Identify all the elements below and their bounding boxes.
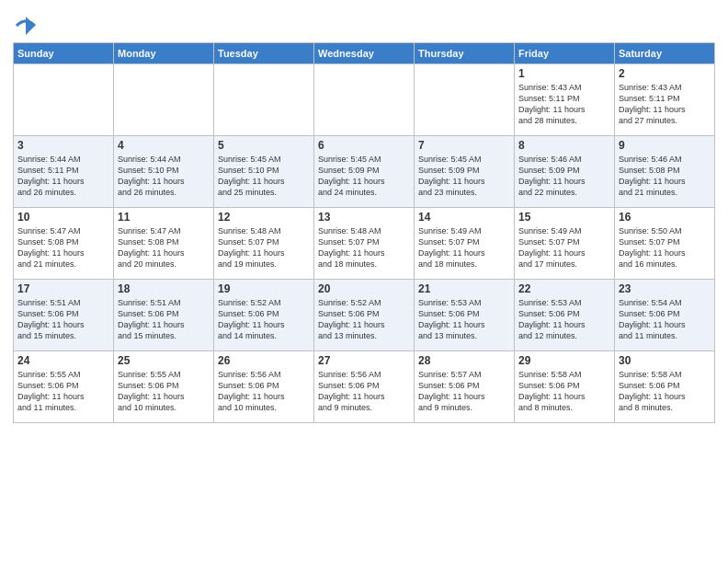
day-cell: 16Sunrise: 5:50 AM Sunset: 5:07 PM Dayli… bbox=[615, 208, 715, 280]
day-number: 29 bbox=[518, 354, 610, 367]
day-cell: 13Sunrise: 5:48 AM Sunset: 5:07 PM Dayli… bbox=[314, 208, 415, 280]
day-info: Sunrise: 5:52 AM Sunset: 5:06 PM Dayligh… bbox=[318, 297, 410, 342]
day-info: Sunrise: 5:46 AM Sunset: 5:08 PM Dayligh… bbox=[619, 154, 711, 199]
day-cell: 18Sunrise: 5:51 AM Sunset: 5:06 PM Dayli… bbox=[114, 280, 214, 351]
day-info: Sunrise: 5:45 AM Sunset: 5:09 PM Dayligh… bbox=[318, 154, 410, 199]
day-number: 10 bbox=[17, 211, 109, 224]
day-info: Sunrise: 5:51 AM Sunset: 5:06 PM Dayligh… bbox=[118, 297, 210, 342]
day-cell bbox=[314, 64, 415, 136]
day-info: Sunrise: 5:58 AM Sunset: 5:06 PM Dayligh… bbox=[619, 369, 711, 414]
day-cell: 8Sunrise: 5:46 AM Sunset: 5:09 PM Daylig… bbox=[515, 136, 615, 208]
calendar-table: SundayMondayTuesdayWednesdayThursdayFrid… bbox=[13, 42, 715, 423]
day-info: Sunrise: 5:53 AM Sunset: 5:06 PM Dayligh… bbox=[518, 297, 610, 342]
week-row-0: 1Sunrise: 5:43 AM Sunset: 5:11 PM Daylig… bbox=[14, 64, 715, 136]
col-header-sunday: Sunday bbox=[14, 43, 114, 64]
header-row: SundayMondayTuesdayWednesdayThursdayFrid… bbox=[14, 43, 715, 64]
day-cell: 10Sunrise: 5:47 AM Sunset: 5:08 PM Dayli… bbox=[14, 208, 114, 280]
day-info: Sunrise: 5:47 AM Sunset: 5:08 PM Dayligh… bbox=[118, 225, 210, 270]
day-number: 27 bbox=[318, 354, 410, 367]
day-cell: 1Sunrise: 5:43 AM Sunset: 5:11 PM Daylig… bbox=[515, 64, 615, 136]
day-number: 18 bbox=[118, 282, 210, 295]
day-cell bbox=[14, 64, 114, 136]
day-info: Sunrise: 5:43 AM Sunset: 5:11 PM Dayligh… bbox=[518, 82, 610, 127]
day-cell: 19Sunrise: 5:52 AM Sunset: 5:06 PM Dayli… bbox=[214, 280, 314, 351]
col-header-wednesday: Wednesday bbox=[314, 43, 415, 64]
week-row-4: 24Sunrise: 5:55 AM Sunset: 5:06 PM Dayli… bbox=[14, 351, 715, 423]
day-number: 16 bbox=[619, 211, 711, 224]
day-number: 13 bbox=[318, 211, 410, 224]
day-cell: 27Sunrise: 5:56 AM Sunset: 5:06 PM Dayli… bbox=[314, 351, 415, 423]
day-cell: 4Sunrise: 5:44 AM Sunset: 5:10 PM Daylig… bbox=[114, 136, 214, 208]
day-cell: 14Sunrise: 5:49 AM Sunset: 5:07 PM Dayli… bbox=[415, 208, 515, 280]
day-cell: 30Sunrise: 5:58 AM Sunset: 5:06 PM Dayli… bbox=[615, 351, 715, 423]
day-number: 11 bbox=[118, 211, 210, 224]
day-info: Sunrise: 5:46 AM Sunset: 5:09 PM Dayligh… bbox=[518, 154, 610, 199]
day-info: Sunrise: 5:44 AM Sunset: 5:10 PM Dayligh… bbox=[118, 154, 210, 199]
day-number: 7 bbox=[418, 139, 510, 152]
day-cell: 15Sunrise: 5:49 AM Sunset: 5:07 PM Dayli… bbox=[515, 208, 615, 280]
day-info: Sunrise: 5:55 AM Sunset: 5:06 PM Dayligh… bbox=[118, 369, 210, 414]
day-number: 28 bbox=[418, 354, 510, 367]
col-header-saturday: Saturday bbox=[615, 43, 715, 64]
day-cell: 2Sunrise: 5:43 AM Sunset: 5:11 PM Daylig… bbox=[615, 64, 715, 136]
day-number: 4 bbox=[118, 139, 210, 152]
day-info: Sunrise: 5:58 AM Sunset: 5:06 PM Dayligh… bbox=[518, 369, 610, 414]
day-info: Sunrise: 5:52 AM Sunset: 5:06 PM Dayligh… bbox=[218, 297, 310, 342]
day-info: Sunrise: 5:56 AM Sunset: 5:06 PM Dayligh… bbox=[318, 369, 410, 414]
day-info: Sunrise: 5:49 AM Sunset: 5:07 PM Dayligh… bbox=[418, 225, 510, 270]
day-info: Sunrise: 5:53 AM Sunset: 5:06 PM Dayligh… bbox=[418, 297, 510, 342]
day-cell: 26Sunrise: 5:56 AM Sunset: 5:06 PM Dayli… bbox=[214, 351, 314, 423]
logo-icon bbox=[15, 15, 37, 37]
day-cell bbox=[114, 64, 214, 136]
day-number: 3 bbox=[17, 139, 109, 152]
day-number: 24 bbox=[17, 354, 109, 367]
day-cell: 9Sunrise: 5:46 AM Sunset: 5:08 PM Daylig… bbox=[615, 136, 715, 208]
day-info: Sunrise: 5:47 AM Sunset: 5:08 PM Dayligh… bbox=[17, 225, 109, 270]
day-number: 22 bbox=[518, 282, 610, 295]
week-row-2: 10Sunrise: 5:47 AM Sunset: 5:08 PM Dayli… bbox=[14, 208, 715, 280]
day-info: Sunrise: 5:55 AM Sunset: 5:06 PM Dayligh… bbox=[17, 369, 109, 414]
day-info: Sunrise: 5:48 AM Sunset: 5:07 PM Dayligh… bbox=[318, 225, 410, 270]
day-number: 30 bbox=[619, 354, 711, 367]
col-header-friday: Friday bbox=[515, 43, 615, 64]
day-number: 1 bbox=[518, 67, 610, 80]
day-info: Sunrise: 5:51 AM Sunset: 5:06 PM Dayligh… bbox=[17, 297, 109, 342]
col-header-monday: Monday bbox=[114, 43, 214, 64]
week-row-1: 3Sunrise: 5:44 AM Sunset: 5:11 PM Daylig… bbox=[14, 136, 715, 208]
day-cell: 11Sunrise: 5:47 AM Sunset: 5:08 PM Dayli… bbox=[114, 208, 214, 280]
day-info: Sunrise: 5:44 AM Sunset: 5:11 PM Dayligh… bbox=[17, 154, 109, 199]
day-cell: 23Sunrise: 5:54 AM Sunset: 5:06 PM Dayli… bbox=[615, 280, 715, 351]
col-header-thursday: Thursday bbox=[415, 43, 515, 64]
day-number: 23 bbox=[619, 282, 711, 295]
day-cell: 3Sunrise: 5:44 AM Sunset: 5:11 PM Daylig… bbox=[14, 136, 114, 208]
day-number: 5 bbox=[218, 139, 310, 152]
logo bbox=[13, 15, 37, 37]
day-cell: 12Sunrise: 5:48 AM Sunset: 5:07 PM Dayli… bbox=[214, 208, 314, 280]
day-number: 8 bbox=[518, 139, 610, 152]
day-number: 26 bbox=[218, 354, 310, 367]
day-number: 20 bbox=[318, 282, 410, 295]
day-number: 19 bbox=[218, 282, 310, 295]
day-cell: 25Sunrise: 5:55 AM Sunset: 5:06 PM Dayli… bbox=[114, 351, 214, 423]
week-row-3: 17Sunrise: 5:51 AM Sunset: 5:06 PM Dayli… bbox=[14, 280, 715, 351]
day-cell: 24Sunrise: 5:55 AM Sunset: 5:06 PM Dayli… bbox=[14, 351, 114, 423]
day-info: Sunrise: 5:50 AM Sunset: 5:07 PM Dayligh… bbox=[619, 225, 711, 270]
day-cell: 20Sunrise: 5:52 AM Sunset: 5:06 PM Dayli… bbox=[314, 280, 415, 351]
page: SundayMondayTuesdayWednesdayThursdayFrid… bbox=[0, 0, 728, 563]
day-number: 6 bbox=[318, 139, 410, 152]
day-cell: 28Sunrise: 5:57 AM Sunset: 5:06 PM Dayli… bbox=[415, 351, 515, 423]
day-cell: 29Sunrise: 5:58 AM Sunset: 5:06 PM Dayli… bbox=[515, 351, 615, 423]
day-info: Sunrise: 5:56 AM Sunset: 5:06 PM Dayligh… bbox=[218, 369, 310, 414]
day-info: Sunrise: 5:45 AM Sunset: 5:10 PM Dayligh… bbox=[218, 154, 310, 199]
day-number: 25 bbox=[118, 354, 210, 367]
header bbox=[13, 9, 715, 37]
day-info: Sunrise: 5:57 AM Sunset: 5:06 PM Dayligh… bbox=[418, 369, 510, 414]
day-info: Sunrise: 5:48 AM Sunset: 5:07 PM Dayligh… bbox=[218, 225, 310, 270]
day-number: 17 bbox=[17, 282, 109, 295]
day-cell: 5Sunrise: 5:45 AM Sunset: 5:10 PM Daylig… bbox=[214, 136, 314, 208]
day-cell: 6Sunrise: 5:45 AM Sunset: 5:09 PM Daylig… bbox=[314, 136, 415, 208]
day-cell: 22Sunrise: 5:53 AM Sunset: 5:06 PM Dayli… bbox=[515, 280, 615, 351]
day-cell: 7Sunrise: 5:45 AM Sunset: 5:09 PM Daylig… bbox=[415, 136, 515, 208]
day-cell: 17Sunrise: 5:51 AM Sunset: 5:06 PM Dayli… bbox=[14, 280, 114, 351]
day-number: 2 bbox=[619, 67, 711, 80]
